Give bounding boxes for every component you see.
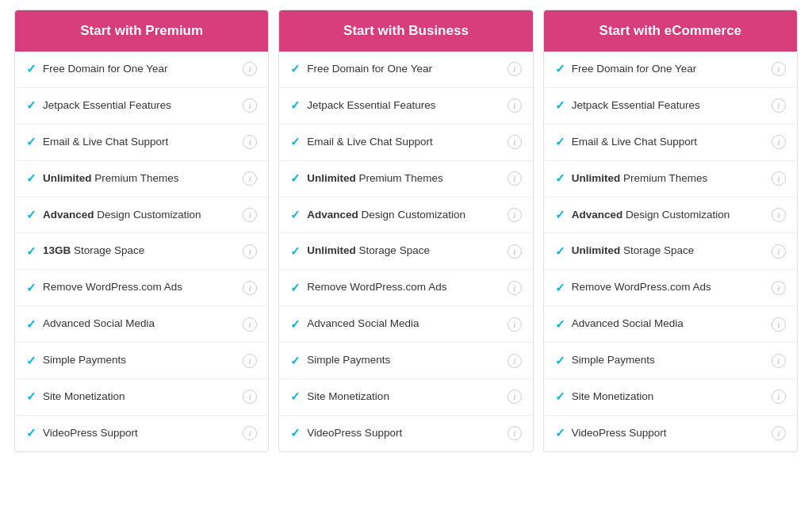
info-icon[interactable]: i xyxy=(243,171,257,186)
feature-left: ✓Unlimited Premium Themes xyxy=(26,171,243,186)
plan-column-business: Start with Business✓Free Domain for One … xyxy=(278,10,533,452)
info-icon[interactable]: i xyxy=(508,244,522,259)
list-item: ✓13GB Storage Spacei xyxy=(15,233,268,270)
check-icon: ✓ xyxy=(555,390,565,404)
check-icon: ✓ xyxy=(290,281,301,295)
start-button-business[interactable]: Start with Business xyxy=(279,10,532,52)
info-icon[interactable]: i xyxy=(508,208,522,222)
features-list-ecommerce: ✓Free Domain for One Yeari✓Jetpack Essen… xyxy=(544,52,797,451)
feature-left: ✓Site Monetization xyxy=(290,390,507,405)
info-icon[interactable]: i xyxy=(508,390,522,404)
feature-text: Remove WordPress.com Ads xyxy=(43,280,182,295)
start-button-premium[interactable]: Start with Premium xyxy=(15,10,268,52)
info-icon[interactable]: i xyxy=(243,317,257,332)
features-list-premium: ✓Free Domain for One Yeari✓Jetpack Essen… xyxy=(15,52,268,451)
info-icon[interactable]: i xyxy=(772,135,786,149)
feature-left: ✓13GB Storage Space xyxy=(26,244,243,259)
feature-text: Jetpack Essential Features xyxy=(572,98,700,113)
info-icon[interactable]: i xyxy=(772,317,786,332)
check-icon: ✓ xyxy=(555,135,565,149)
check-icon: ✓ xyxy=(26,171,36,186)
check-icon: ✓ xyxy=(26,208,36,222)
info-icon[interactable]: i xyxy=(243,426,257,440)
feature-left: ✓Site Monetization xyxy=(26,390,243,405)
check-icon: ✓ xyxy=(290,62,301,76)
check-icon: ✓ xyxy=(290,426,301,440)
check-icon: ✓ xyxy=(555,244,565,259)
feature-text: Site Monetization xyxy=(572,390,654,405)
info-icon[interactable]: i xyxy=(243,98,257,113)
feature-left: ✓Unlimited Storage Space xyxy=(555,244,772,259)
list-item: ✓Advanced Social Mediai xyxy=(544,306,797,343)
list-item: ✓Email & Live Chat Supporti xyxy=(279,125,532,161)
list-item: ✓Remove WordPress.com Adsi xyxy=(279,270,532,306)
feature-text: Email & Live Chat Support xyxy=(572,135,697,150)
check-icon: ✓ xyxy=(555,281,565,295)
info-icon[interactable]: i xyxy=(508,171,522,186)
info-icon[interactable]: i xyxy=(772,62,786,76)
list-item: ✓Advanced Design Customizationi xyxy=(279,198,532,234)
list-item: ✓Site Monetizationi xyxy=(544,379,797,416)
feature-text: 13GB Storage Space xyxy=(43,244,144,259)
feature-text: Advanced Design Customization xyxy=(572,208,730,223)
check-icon: ✓ xyxy=(555,354,565,368)
check-icon: ✓ xyxy=(26,426,36,440)
feature-left: ✓Simple Payments xyxy=(555,353,772,368)
feature-text: Email & Live Chat Support xyxy=(43,135,168,150)
feature-left: ✓VideoPress Support xyxy=(26,426,243,441)
list-item: ✓Free Domain for One Yeari xyxy=(279,52,532,88)
info-icon[interactable]: i xyxy=(772,171,786,186)
info-icon[interactable]: i xyxy=(243,281,257,295)
feature-text: Remove WordPress.com Ads xyxy=(572,280,711,295)
info-icon[interactable]: i xyxy=(243,208,257,222)
info-icon[interactable]: i xyxy=(772,98,786,113)
feature-text: Unlimited Premium Themes xyxy=(572,171,708,186)
feature-text: Advanced Social Media xyxy=(307,317,419,332)
info-icon[interactable]: i xyxy=(243,244,257,259)
info-icon[interactable]: i xyxy=(772,244,786,259)
check-icon: ✓ xyxy=(26,98,36,113)
info-icon[interactable]: i xyxy=(508,62,522,76)
info-icon[interactable]: i xyxy=(772,281,786,295)
feature-text: Free Domain for One Year xyxy=(307,62,432,77)
start-button-ecommerce[interactable]: Start with eCommerce xyxy=(544,10,797,52)
list-item: ✓Free Domain for One Yeari xyxy=(15,52,268,88)
list-item: ✓Email & Live Chat Supporti xyxy=(15,125,268,161)
check-icon: ✓ xyxy=(26,390,36,404)
info-icon[interactable]: i xyxy=(508,281,522,295)
check-icon: ✓ xyxy=(290,135,301,149)
info-icon[interactable]: i xyxy=(243,390,257,404)
feature-text: Advanced Social Media xyxy=(43,317,155,332)
check-icon: ✓ xyxy=(26,244,36,259)
feature-left: ✓Remove WordPress.com Ads xyxy=(290,280,507,295)
info-icon[interactable]: i xyxy=(243,62,257,76)
info-icon[interactable]: i xyxy=(772,426,786,440)
feature-text: Advanced Social Media xyxy=(572,317,684,332)
info-icon[interactable]: i xyxy=(243,135,257,149)
feature-left: ✓Advanced Social Media xyxy=(26,317,243,332)
plan-column-ecommerce: Start with eCommerce✓Free Domain for One… xyxy=(543,10,798,452)
info-icon[interactable]: i xyxy=(772,354,786,368)
feature-text: Remove WordPress.com Ads xyxy=(307,280,446,295)
check-icon: ✓ xyxy=(555,98,565,113)
info-icon[interactable]: i xyxy=(772,390,786,404)
info-icon[interactable]: i xyxy=(508,135,522,149)
list-item: ✓Remove WordPress.com Adsi xyxy=(15,270,268,306)
info-icon[interactable]: i xyxy=(772,208,786,222)
list-item: ✓VideoPress Supporti xyxy=(15,416,268,451)
check-icon: ✓ xyxy=(290,171,301,186)
check-icon: ✓ xyxy=(26,281,36,295)
info-icon[interactable]: i xyxy=(243,354,257,368)
feature-left: ✓Remove WordPress.com Ads xyxy=(26,280,243,295)
check-icon: ✓ xyxy=(555,208,565,222)
feature-text: Site Monetization xyxy=(43,390,125,405)
info-icon[interactable]: i xyxy=(508,354,522,368)
info-icon[interactable]: i xyxy=(508,317,522,332)
info-icon[interactable]: i xyxy=(508,98,522,113)
info-icon[interactable]: i xyxy=(508,426,522,440)
list-item: ✓Jetpack Essential Featuresi xyxy=(544,88,797,125)
check-icon: ✓ xyxy=(555,317,565,332)
feature-text: Simple Payments xyxy=(307,353,390,368)
feature-left: ✓Advanced Social Media xyxy=(290,317,507,332)
check-icon: ✓ xyxy=(290,317,301,332)
